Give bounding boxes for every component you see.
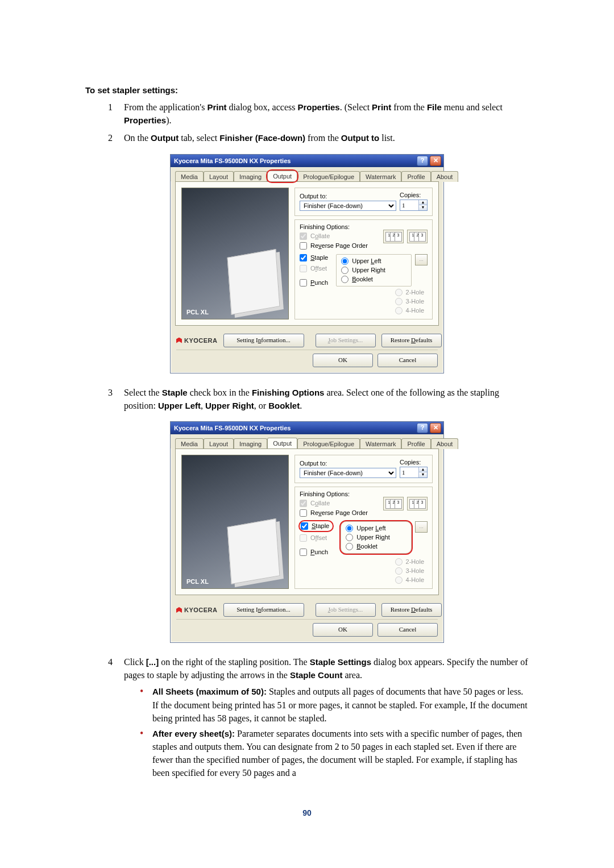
tab-layout[interactable]: Layout: [204, 438, 234, 449]
text: . (Select: [340, 102, 372, 112]
window-title: Kyocera Mita FS-9500DN KX Properties: [174, 425, 291, 431]
restore-defaults-button[interactable]: Restore Defaults: [381, 334, 442, 347]
punch-checkbox[interactable]: Punch: [300, 549, 333, 556]
help-button[interactable]: ?: [417, 423, 428, 433]
staple-position-group: Upper Left Upper Right Booklet: [336, 254, 412, 286]
radio-upper-right[interactable]: Upper Right: [341, 267, 406, 274]
job-settings-button: Job Settings...: [316, 334, 376, 347]
tab-watermark[interactable]: Watermark: [360, 171, 401, 182]
finishing-options-label: Finishing Options:: [300, 491, 368, 497]
output-to-select[interactable]: Finisher (Face-down): [300, 201, 396, 211]
cancel-button[interactable]: Cancel: [377, 623, 438, 637]
collate-icon-123b: 123: [407, 230, 428, 243]
step-4: Click [...] on the right of the stapling…: [108, 655, 529, 780]
text: From the application's: [124, 102, 207, 112]
tab-watermark[interactable]: Watermark: [360, 438, 401, 449]
radio-upper-right[interactable]: Upper Right: [346, 534, 406, 541]
text-bold: Staple: [162, 388, 188, 397]
tab-profile[interactable]: Profile: [401, 438, 430, 449]
reverse-order-checkbox[interactable]: Reverse Page Order: [300, 509, 368, 517]
tab-media[interactable]: Media: [175, 171, 204, 182]
text: from the: [391, 102, 427, 112]
radio-booklet[interactable]: Booklet: [341, 276, 406, 283]
radio-2hole: 2-Hole: [395, 289, 424, 296]
job-settings-button: Job Settings...: [316, 603, 376, 617]
text-bold: Output: [151, 133, 179, 143]
radio-2hole: 2-Hole: [395, 558, 424, 566]
tabstrip: Media Layout Imaging Output Prologue/Epi…: [171, 167, 443, 181]
punch-holes-group: 2-Hole 3-Hole 4-Hole: [392, 289, 428, 314]
tab-media[interactable]: Media: [175, 438, 204, 449]
brand-logo: KYOCERA: [176, 337, 218, 344]
spinner-down-icon[interactable]: ▼: [419, 205, 427, 210]
bullet-title: All Sheets (maximum of 50):: [152, 687, 267, 696]
text-bold: File: [427, 102, 442, 112]
output-to-label: Output to:: [300, 460, 396, 467]
collate-icons: 123 123: [383, 230, 428, 243]
setting-information-button[interactable]: Setting Information...: [223, 603, 304, 617]
text-bold: Properties: [124, 115, 166, 125]
tab-profile[interactable]: Profile: [401, 171, 430, 182]
tab-layout[interactable]: Layout: [204, 171, 234, 182]
staple-checkbox[interactable]: Staple: [300, 521, 333, 531]
staple-settings-button[interactable]: ...: [415, 521, 428, 533]
spinner-up-icon[interactable]: ▲: [419, 200, 427, 206]
output-to-label: Output to:: [300, 193, 396, 200]
radio-4hole: 4-Hole: [395, 576, 424, 584]
text: ).: [166, 115, 171, 125]
copies-spinner[interactable]: ▲▼: [400, 467, 428, 478]
brand-cube-icon: [176, 607, 182, 613]
window-title: Kyocera Mita FS-9500DN KX Properties: [174, 157, 291, 164]
collate-checkbox: Collate: [300, 232, 368, 240]
ok-button[interactable]: OK: [313, 354, 373, 367]
text: area.: [342, 670, 362, 680]
setting-information-button[interactable]: Setting Information...: [223, 334, 304, 347]
copies-value[interactable]: [400, 200, 418, 210]
print-preview: PCL XL: [181, 455, 289, 589]
staple-checkbox[interactable]: Staple: [300, 254, 328, 261]
radio-booklet[interactable]: Booklet: [346, 543, 406, 550]
tab-prologue[interactable]: Prologue/Epilogue: [297, 438, 360, 449]
spinner-down-icon[interactable]: ▼: [419, 472, 427, 477]
titlebar: Kyocera Mita FS-9500DN KX Properties ? ✕: [171, 422, 443, 434]
collate-checkbox: Collate: [300, 500, 368, 507]
step-3: Select the Staple check box in the Finis…: [108, 386, 529, 412]
radio-3hole: 3-Hole: [395, 298, 424, 305]
titlebar: Kyocera Mita FS-9500DN KX Properties ? ✕: [171, 155, 443, 167]
text-bold: Finishing Options: [252, 388, 325, 397]
tab-about[interactable]: About: [431, 438, 459, 449]
staple-settings-button[interactable]: ...: [415, 254, 428, 265]
properties-dialog-2: Kyocera Mita FS-9500DN KX Properties ? ✕…: [170, 421, 444, 643]
tab-imaging[interactable]: Imaging: [234, 171, 267, 182]
tab-about[interactable]: About: [431, 171, 459, 182]
text: On the: [124, 133, 151, 143]
help-button[interactable]: ?: [417, 156, 428, 166]
text-bold: Upper Left: [158, 401, 201, 410]
text-bold: Output to: [341, 133, 379, 143]
offset-checkbox: Offset: [300, 534, 333, 542]
text: check box in the: [188, 388, 252, 397]
tab-imaging[interactable]: Imaging: [234, 438, 267, 449]
close-button[interactable]: ✕: [430, 423, 441, 433]
reverse-order-checkbox[interactable]: Reverse Page Order: [300, 242, 368, 250]
copies-value[interactable]: [400, 467, 418, 477]
output-to-select[interactable]: Finisher (Face-down): [300, 468, 396, 478]
bullet-after-every: After every sheet(s): Parameter separate…: [140, 727, 529, 780]
text-bold: Upper Right: [205, 401, 254, 410]
restore-defaults-button[interactable]: Restore Defaults: [381, 603, 442, 617]
cancel-button[interactable]: Cancel: [377, 354, 438, 367]
radio-upper-left[interactable]: Upper Left: [346, 525, 406, 532]
text-bold: Booklet: [268, 401, 300, 410]
text: on the right of the stapling position. T…: [159, 657, 309, 667]
tab-output[interactable]: Output: [267, 171, 297, 181]
tab-prologue[interactable]: Prologue/Epilogue: [297, 171, 360, 182]
text-bold: Finisher (Face-down): [219, 133, 305, 143]
tab-output[interactable]: Output: [267, 438, 297, 448]
preview-label: PCL XL: [186, 578, 209, 585]
radio-upper-left[interactable]: Upper Left: [341, 258, 406, 265]
close-button[interactable]: ✕: [430, 156, 441, 166]
ok-button[interactable]: OK: [313, 623, 373, 637]
copies-spinner[interactable]: ▲▼: [400, 200, 428, 211]
spinner-up-icon[interactable]: ▲: [419, 467, 427, 473]
punch-checkbox[interactable]: Punch: [300, 279, 328, 286]
